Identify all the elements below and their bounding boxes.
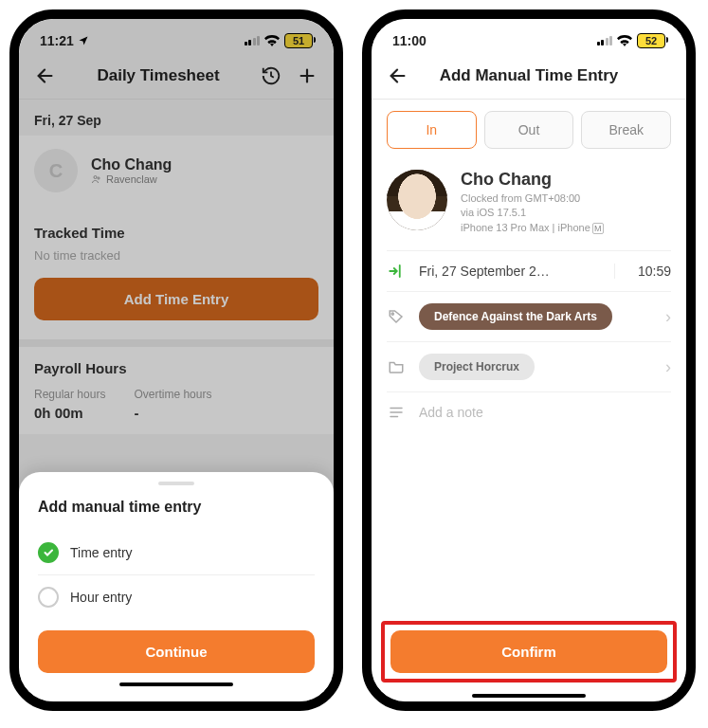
wifi-icon [617,35,632,46]
team-icon [91,173,102,185]
no-time-tracked: No time tracked [34,248,318,263]
back-arrow-icon [35,65,56,86]
note-icon [387,404,406,421]
profile-block: Cho Chang Clocked from GMT+08:00 via iOS… [372,155,686,250]
note-row[interactable] [372,392,686,432]
user-team: Ravenclaw [91,173,172,185]
m-badge: M [592,223,604,234]
segment-out[interactable]: Out [484,111,574,149]
profile-tz: Clocked from GMT+08:00 [461,191,604,206]
svg-point-1 [98,177,100,179]
tracked-time-title: Tracked Time [34,225,318,241]
history-button[interactable] [258,63,284,89]
avatar: C [34,149,78,192]
svg-point-0 [94,176,97,179]
nav-header: Daily Timesheet [19,57,334,99]
home-indicator[interactable] [119,682,233,686]
wifi-icon [264,35,280,46]
user-name: Cho Chang [91,156,172,173]
back-arrow-icon [388,65,408,86]
cellular-icon [245,36,261,46]
profile-name: Cho Chang [461,170,604,190]
radio-hour-entry[interactable]: Hour entry [38,577,315,617]
phone-left: 11:21 51 Daily Timesheet Fri, 27 Sep C C… [9,9,343,711]
segment-break[interactable]: Break [581,111,671,149]
tag-row[interactable]: Defence Against the Dark Arts › [372,292,686,341]
continue-button[interactable]: Continue [38,630,315,673]
status-bar: 11:00 52 [372,19,686,57]
chevron-right-icon: › [665,357,671,377]
status-time: 11:21 [40,33,74,48]
radio-checked-icon [38,542,59,563]
confirm-highlight: Confirm [381,621,677,682]
back-button[interactable] [385,63,411,89]
back-button[interactable] [32,63,59,89]
activity-pill: Defence Against the Dark Arts [419,303,612,330]
add-manual-time-sheet: Add manual time entry Time entry Hour en… [19,472,334,701]
status-bar: 11:21 51 [19,19,334,57]
user-card[interactable]: C Cho Chang Ravenclaw [19,136,334,211]
sheet-handle[interactable] [158,482,194,485]
cellular-icon [597,36,613,46]
radio-time-entry[interactable]: Time entry [38,533,315,573]
payroll-overtime: Overtime hours - [134,388,211,421]
battery-indicator: 51 [284,33,313,48]
nav-header: Add Manual Time Entry [372,57,686,99]
tag-icon [387,308,406,325]
status-time: 11:00 [392,33,427,48]
svg-point-2 [391,313,393,315]
clock-in-icon [387,263,406,280]
phone-right: 11:00 52 Add Manual Time Entry In Out Br… [362,9,696,711]
confirm-button[interactable]: Confirm [390,630,667,673]
tracked-time-section: Tracked Time No time tracked Add Time En… [19,211,334,339]
payroll-title: Payroll Hours [34,360,318,376]
home-indicator[interactable] [472,694,586,698]
battery-indicator: 52 [637,33,665,48]
chevron-right-icon: › [665,307,671,327]
radio-unchecked-icon [38,587,59,608]
page-title: Daily Timesheet [68,66,248,85]
add-manual-entry-screen: 11:00 52 Add Manual Time Entry In Out Br… [372,19,686,701]
add-time-entry-button[interactable]: Add Time Entry [34,278,318,320]
location-icon [78,35,89,46]
project-pill: Project Horcrux [419,354,535,380]
segment-in[interactable]: In [387,111,477,149]
date-value: Fri, 27 September 2… [419,264,601,279]
payroll-section: Payroll Hours Regular hours 0h 00m Overt… [19,347,334,434]
add-button[interactable] [294,63,320,89]
folder-icon [387,358,406,375]
page-title: Add Manual Time Entry [421,66,637,85]
sheet-title: Add manual time entry [38,499,315,516]
segmented-control: In Out Break [372,100,686,155]
profile-device: iPhone 13 Pro Max | iPhoneM [461,221,604,235]
time-value: 10:59 [614,264,671,279]
payroll-regular: Regular hours 0h 00m [34,388,105,421]
date-time-row[interactable]: Fri, 27 September 2… 10:59 [372,251,686,291]
avatar [387,170,447,230]
date-label: Fri, 27 Sep [19,100,334,136]
note-input[interactable] [419,405,671,420]
plus-icon [297,65,318,86]
profile-os: via iOS 17.5.1 [461,206,604,220]
project-row[interactable]: Project Horcrux › [372,342,686,391]
history-icon [261,65,281,86]
